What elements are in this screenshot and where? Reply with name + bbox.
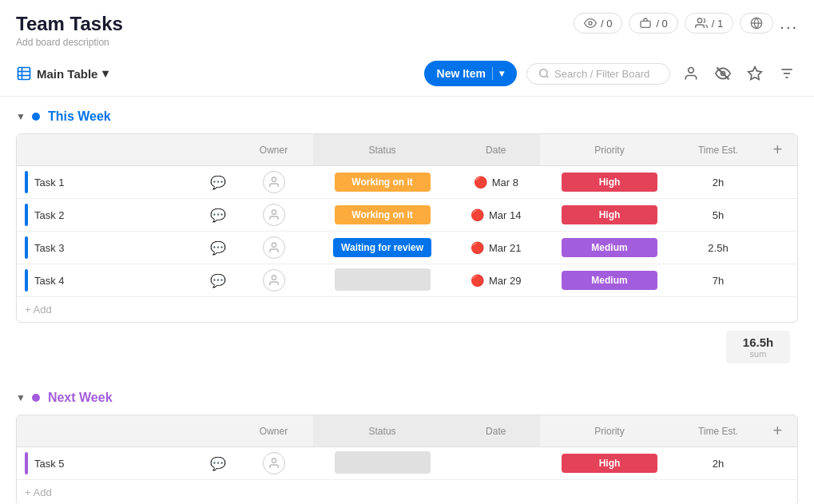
add-column-button[interactable]: + bbox=[772, 141, 782, 159]
comment-icon[interactable]: 💬 bbox=[210, 208, 226, 223]
group-title[interactable]: Next Week bbox=[48, 391, 113, 405]
table-row[interactable]: Task 5 💬 High2h bbox=[17, 447, 797, 480]
owner-cell[interactable] bbox=[234, 447, 313, 480]
col-header-task bbox=[17, 134, 234, 166]
eye-stat-pill[interactable]: / 0 bbox=[574, 13, 622, 34]
add-row-button-next-week[interactable]: + Add bbox=[17, 480, 60, 504]
extra-cell bbox=[757, 447, 797, 480]
group-this-week-header: ▼ This Week bbox=[16, 106, 798, 127]
pin-button[interactable] bbox=[744, 62, 766, 85]
people-stat-pill[interactable]: / 1 bbox=[685, 13, 733, 34]
robot-stat-pill[interactable]: / 0 bbox=[629, 13, 677, 34]
group-title[interactable]: This Week bbox=[48, 109, 111, 124]
search-placeholder: Search / Filter Board bbox=[554, 68, 649, 80]
header-right: / 0 / 0 / 1 ... bbox=[574, 13, 798, 34]
priority-cell[interactable]: Medium bbox=[540, 264, 678, 297]
svg-point-4 bbox=[697, 18, 701, 22]
task-cell: Task 2 💬 bbox=[17, 199, 234, 232]
table-row[interactable]: Task 3 💬 Waiting for review 🔴 Mar 21 Med… bbox=[17, 232, 797, 264]
date-cell[interactable]: 🔴 Mar 21 bbox=[451, 232, 540, 264]
priority-badge[interactable]: High bbox=[562, 454, 657, 473]
search-filter-box[interactable]: Search / Filter Board bbox=[526, 63, 670, 85]
people-stat-value: / 1 bbox=[712, 18, 723, 30]
timeest-cell: 2h bbox=[679, 447, 758, 480]
priority-cell[interactable]: High bbox=[540, 199, 678, 232]
task-name: Task 2 bbox=[34, 209, 65, 221]
timeest-cell: 2h bbox=[679, 166, 758, 199]
date-value: Mar 14 bbox=[489, 209, 521, 221]
col-header-owner: Owner bbox=[234, 134, 313, 166]
svg-point-19 bbox=[272, 177, 276, 181]
pin-icon bbox=[747, 65, 763, 81]
group-collapse-arrow[interactable]: ▼ bbox=[16, 392, 26, 403]
status-cell[interactable] bbox=[313, 264, 451, 297]
person-filter-button[interactable] bbox=[680, 62, 702, 85]
extra-cell bbox=[757, 264, 797, 297]
status-cell[interactable] bbox=[313, 447, 451, 480]
add-row-button-this-week[interactable]: + Add bbox=[17, 297, 60, 322]
table-row[interactable]: Task 2 💬 Working on it 🔴 Mar 14 High5h bbox=[17, 199, 797, 232]
owner-cell[interactable] bbox=[234, 199, 313, 232]
board-description[interactable]: Add board description bbox=[16, 37, 123, 48]
date-cell[interactable] bbox=[451, 447, 540, 480]
eye-stat-value: / 0 bbox=[601, 18, 612, 30]
avatar[interactable] bbox=[263, 452, 285, 474]
status-badge-empty[interactable] bbox=[335, 268, 431, 291]
task-stripe bbox=[25, 171, 28, 193]
date-cell[interactable]: 🔴 Mar 29 bbox=[451, 264, 540, 297]
owner-cell[interactable] bbox=[234, 264, 313, 297]
date-cell[interactable]: 🔴 Mar 8 bbox=[451, 166, 540, 199]
filter-button[interactable] bbox=[776, 62, 798, 85]
status-badge[interactable]: Working on it bbox=[335, 205, 431, 224]
globe-pill[interactable] bbox=[740, 13, 773, 34]
svg-point-23 bbox=[272, 458, 276, 462]
status-cell[interactable]: Working on it bbox=[313, 199, 451, 232]
priority-cell[interactable]: High bbox=[540, 447, 678, 480]
avatar[interactable] bbox=[263, 171, 285, 193]
avatar[interactable] bbox=[263, 204, 285, 226]
extra-cell bbox=[757, 166, 797, 199]
comment-icon[interactable]: 💬 bbox=[210, 456, 226, 471]
status-badge[interactable]: Working on it bbox=[335, 173, 431, 192]
svg-point-13 bbox=[689, 68, 694, 73]
table-row[interactable]: Task 4 💬 🔴 Mar 29 Medium7h bbox=[17, 264, 797, 297]
priority-badge[interactable]: High bbox=[562, 173, 657, 192]
eye-filter-button[interactable] bbox=[712, 62, 734, 85]
new-item-button[interactable]: New Item ▾ bbox=[424, 61, 517, 86]
comment-icon[interactable]: 💬 bbox=[210, 240, 226, 256]
priority-badge[interactable]: Medium bbox=[562, 238, 657, 257]
date-value: Mar 8 bbox=[492, 177, 518, 189]
svg-point-21 bbox=[272, 243, 276, 247]
task-stripe bbox=[25, 269, 28, 292]
status-badge-empty[interactable] bbox=[335, 451, 431, 474]
priority-cell[interactable]: High bbox=[540, 166, 678, 199]
task-cell: Task 3 💬 bbox=[17, 232, 234, 264]
status-badge[interactable]: Waiting for review bbox=[333, 238, 431, 257]
date-cell[interactable]: 🔴 Mar 14 bbox=[451, 199, 540, 232]
add-column-button[interactable]: + bbox=[772, 422, 782, 440]
avatar[interactable] bbox=[263, 236, 285, 259]
comment-icon[interactable]: 💬 bbox=[210, 273, 226, 288]
svg-point-22 bbox=[272, 276, 276, 280]
group-collapse-arrow[interactable]: ▼ bbox=[16, 111, 26, 122]
col-header-timeest: Time Est. bbox=[679, 134, 758, 166]
status-cell[interactable]: Waiting for review bbox=[313, 232, 451, 264]
comment-icon[interactable]: 💬 bbox=[210, 175, 226, 190]
priority-badge[interactable]: High bbox=[562, 205, 657, 224]
svg-point-20 bbox=[272, 210, 276, 214]
status-cell[interactable]: Working on it bbox=[313, 166, 451, 199]
task-name: Task 1 bbox=[34, 177, 65, 189]
priority-cell[interactable]: Medium bbox=[540, 232, 678, 264]
priority-badge[interactable]: Medium bbox=[562, 271, 657, 290]
table-row[interactable]: Task 1 💬 Working on it 🔴 Mar 8 High2h bbox=[17, 166, 797, 199]
avatar[interactable] bbox=[263, 269, 285, 292]
owner-cell[interactable] bbox=[234, 166, 313, 199]
owner-cell[interactable] bbox=[234, 232, 313, 264]
table-header-row: Owner Status Date Priority Time Est. bbox=[17, 415, 797, 447]
toolbar: Main Table ▾ New Item ▾ Search / Filter … bbox=[0, 54, 814, 97]
col-header-timeest: Time Est. bbox=[679, 415, 758, 447]
main-table-button[interactable]: Main Table ▾ bbox=[16, 65, 109, 81]
globe-icon bbox=[750, 17, 763, 30]
sum-label: sum bbox=[739, 349, 777, 359]
more-options-button[interactable]: ... bbox=[780, 14, 798, 33]
